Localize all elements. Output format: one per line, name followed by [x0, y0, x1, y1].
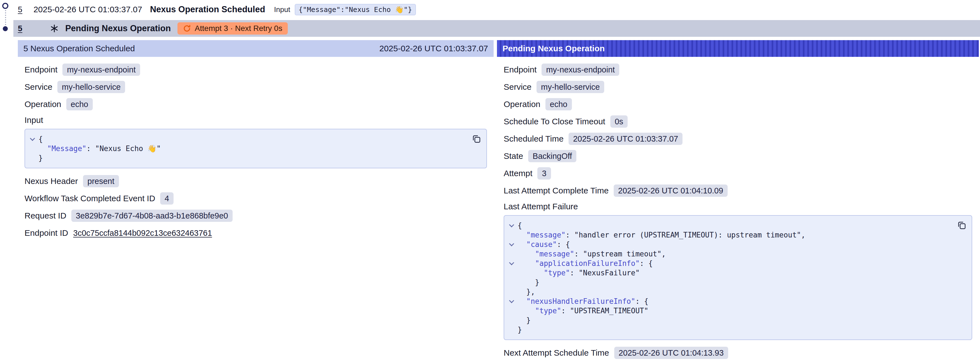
field-label: Request ID	[24, 211, 66, 220]
field-value-badge: 3e829b7e-7d67-4b08-aad3-b1e868bfe9e0	[71, 209, 232, 222]
refresh-icon	[183, 24, 191, 32]
field-value-badge: 2025-02-26 UTC 01:04:10.09	[614, 185, 728, 197]
code-line: "nexusHandlerFailureInfo": {	[506, 297, 951, 306]
collapse-chevron-icon[interactable]	[506, 240, 517, 249]
field-endpoint: Endpoint my-nexus-endpoint	[504, 64, 972, 76]
pending-panel-title: Pending Nexus Operation	[503, 44, 605, 53]
retry-badge: Attempt 3 · Next Retry 0s	[177, 22, 288, 35]
field-label: Service	[504, 82, 531, 92]
scheduled-panel-timestamp: 2025-02-26 UTC 01:03:37.07	[379, 44, 488, 53]
timeline-ring-icon	[2, 3, 8, 9]
field-label: Operation	[24, 99, 61, 109]
chevron-spacer	[506, 287, 517, 297]
field-label: Attempt	[504, 169, 532, 178]
field-next-attempt-schedule-time: Next Attempt Schedule Time 2025-02-26 UT…	[504, 347, 972, 359]
field-value-badge: echo	[66, 98, 93, 110]
scheduled-panel-title: 5 Nexus Operation Scheduled	[24, 44, 135, 53]
chevron-spacer	[506, 278, 517, 287]
code-line: "cause": {	[506, 240, 951, 249]
code-line: }	[506, 278, 951, 287]
field-value-badge: 2025-02-26 UTC 01:03:37.07	[568, 133, 682, 145]
failure-section-label: Last Attempt Failure	[504, 202, 972, 211]
event-id-link[interactable]: 5	[18, 5, 22, 14]
scheduled-panel-header[interactable]: 5 Nexus Operation Scheduled 2025-02-26 U…	[18, 40, 494, 57]
field-endpoint-id: Endpoint ID 3c0c75ccfa8144b092c13ce63246…	[24, 227, 487, 239]
field-label: Next Attempt Schedule Time	[504, 348, 609, 358]
copy-icon	[471, 134, 481, 144]
copy-button[interactable]	[471, 134, 481, 144]
copy-icon	[956, 220, 967, 230]
code-line: },	[506, 287, 951, 297]
field-operation: Operation echo	[504, 98, 972, 110]
field-request-id: Request ID 3e829b7e-7d67-4b08-aad3-b1e86…	[24, 209, 487, 222]
field-label: Endpoint	[24, 65, 57, 74]
code-line: "type": "NexusFailure"	[506, 268, 951, 278]
code-line: "Message": "Nexus Echo 👋"	[27, 144, 466, 153]
field-label: Last Attempt Complete Time	[504, 186, 609, 195]
field-workflow-task-completed-event-id: Workflow Task Completed Event ID 4	[24, 192, 487, 204]
content-column: 5 2025-02-26 UTC 01:03:37.07 Nexus Opera…	[13, 0, 980, 364]
retry-badge-text: Attempt 3 · Next Retry 0s	[195, 24, 282, 33]
field-operation: Operation echo	[24, 98, 487, 110]
json-viewer-failure: { "message": "handler error (UPSTREAM_TI…	[504, 215, 972, 340]
input-section-label: Input	[24, 115, 487, 125]
json-viewer-input: { "Message": "Nexus Echo 👋"}	[24, 129, 487, 168]
field-schedule-to-close-timeout: Schedule To Close Timeout 0s	[504, 115, 972, 128]
pending-panel-header[interactable]: Pending Nexus Operation	[497, 40, 979, 57]
field-state: State BackingOff	[504, 150, 972, 162]
code-line: }	[506, 316, 951, 325]
field-value-badge: my-nexus-endpoint	[541, 64, 619, 76]
input-label: Input	[274, 5, 290, 14]
collapse-chevron-icon[interactable]	[506, 221, 517, 230]
endpoint-id-link[interactable]: 3c0c75ccfa8144b092c13ce632463761	[73, 228, 212, 238]
code-line: {	[27, 134, 466, 144]
field-value-badge: 0s	[610, 115, 628, 128]
collapse-chevron-icon[interactable]	[506, 297, 517, 306]
code-line: "applicationFailureInfo": {	[506, 259, 951, 268]
pending-panel-body: Endpoint my-nexus-endpoint Service my-he…	[497, 57, 979, 364]
field-label: Service	[24, 82, 52, 92]
event-row-scheduled[interactable]: 5 2025-02-26 UTC 01:03:37.07 Nexus Opera…	[13, 0, 980, 19]
code-line: {	[506, 221, 951, 230]
field-service: Service my-hello-service	[24, 81, 487, 93]
field-label: Endpoint ID	[24, 228, 68, 238]
field-value-badge: 2025-02-26 UTC 01:04:13.93	[614, 347, 728, 359]
pending-asterisk-icon	[50, 24, 59, 33]
event-id-link[interactable]: 5	[18, 24, 22, 33]
field-label: Nexus Header	[24, 176, 78, 186]
scheduled-panel-body: Endpoint my-nexus-endpoint Service my-he…	[18, 57, 494, 364]
code-line: "message": "handler error (UPSTREAM_TIME…	[506, 230, 951, 240]
chevron-spacer	[27, 144, 38, 153]
field-value-badge: 4	[160, 192, 173, 204]
timeline-gutter	[0, 0, 13, 364]
event-history-screen: 5 2025-02-26 UTC 01:03:37.07 Nexus Opera…	[0, 0, 980, 364]
chevron-spacer	[27, 153, 38, 163]
pending-event-title: Pending Nexus Operation	[65, 23, 171, 34]
detail-panels: 5 Nexus Operation Scheduled 2025-02-26 U…	[18, 40, 979, 364]
field-label: Endpoint	[504, 65, 536, 74]
code-line: "type": "UPSTREAM_TIMEOUT"	[506, 306, 951, 316]
chevron-spacer	[506, 316, 517, 325]
timeline-dot-icon	[3, 26, 8, 31]
field-endpoint: Endpoint my-nexus-endpoint	[24, 64, 487, 76]
chevron-spacer	[506, 306, 517, 316]
scheduled-event-panel: 5 Nexus Operation Scheduled 2025-02-26 U…	[18, 40, 494, 364]
chevron-spacer	[506, 230, 517, 240]
field-value-badge: 3	[537, 167, 551, 179]
field-value-badge: echo	[546, 98, 572, 110]
field-label: State	[504, 151, 523, 161]
field-value-badge: present	[83, 175, 119, 187]
event-timestamp: 2025-02-26 UTC 01:03:37.07	[33, 5, 142, 14]
field-label: Scheduled Time	[504, 134, 563, 144]
collapse-chevron-icon[interactable]	[27, 134, 38, 144]
code-line: }	[506, 325, 951, 334]
chevron-spacer	[506, 325, 517, 334]
event-title: Nexus Operation Scheduled	[150, 5, 265, 14]
field-attempt: Attempt 3	[504, 167, 972, 179]
event-row-pending[interactable]: 5 Pending Nexus Operation Attempt 3 · Ne…	[13, 20, 980, 37]
collapse-chevron-icon[interactable]	[506, 259, 517, 268]
field-label: Workflow Task Completed Event ID	[24, 194, 155, 203]
chevron-spacer	[506, 249, 517, 259]
field-scheduled-time: Scheduled Time 2025-02-26 UTC 01:03:37.0…	[504, 133, 972, 145]
copy-button[interactable]	[956, 220, 967, 230]
